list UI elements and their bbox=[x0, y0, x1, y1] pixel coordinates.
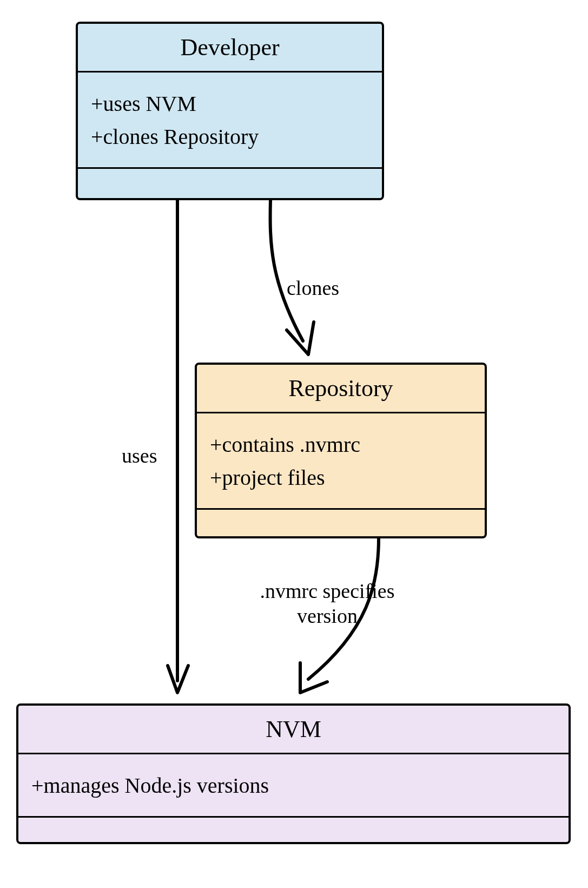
class-nvm: NVM +manages Node.js versions bbox=[16, 703, 571, 844]
class-repository-attr-0: +contains .nvmrc bbox=[210, 432, 472, 457]
class-repository-footer bbox=[197, 508, 485, 510]
class-developer: Developer +uses NVM +clones Repository bbox=[76, 22, 384, 200]
class-repository: Repository +contains .nvmrc +project fil… bbox=[195, 363, 487, 538]
edge-label-specifies: .nvmrc specifies version bbox=[214, 579, 441, 628]
class-developer-footer bbox=[78, 167, 382, 169]
class-developer-title: Developer bbox=[78, 24, 382, 73]
class-diagram: Developer +uses NVM +clones Repository R… bbox=[0, 0, 588, 888]
class-repository-attr-1: +project files bbox=[210, 465, 472, 490]
class-repository-body: +contains .nvmrc +project files bbox=[197, 413, 485, 514]
class-nvm-footer bbox=[18, 816, 569, 818]
class-developer-attr-1: +clones Repository bbox=[91, 124, 369, 149]
edge-uses bbox=[168, 200, 188, 693]
edge-label-uses: uses bbox=[122, 444, 157, 469]
class-nvm-attr-0: +manages Node.js versions bbox=[31, 773, 556, 798]
edge-label-clones: clones bbox=[287, 276, 339, 301]
class-developer-body: +uses NVM +clones Repository bbox=[78, 73, 382, 173]
class-nvm-title: NVM bbox=[18, 706, 569, 754]
class-nvm-body: +manages Node.js versions bbox=[18, 754, 569, 822]
class-repository-title: Repository bbox=[197, 365, 485, 413]
edge-label-specifies-line1: .nvmrc specifies bbox=[260, 580, 394, 602]
edge-label-specifies-line2: version bbox=[297, 604, 358, 627]
class-developer-attr-0: +uses NVM bbox=[91, 91, 369, 116]
